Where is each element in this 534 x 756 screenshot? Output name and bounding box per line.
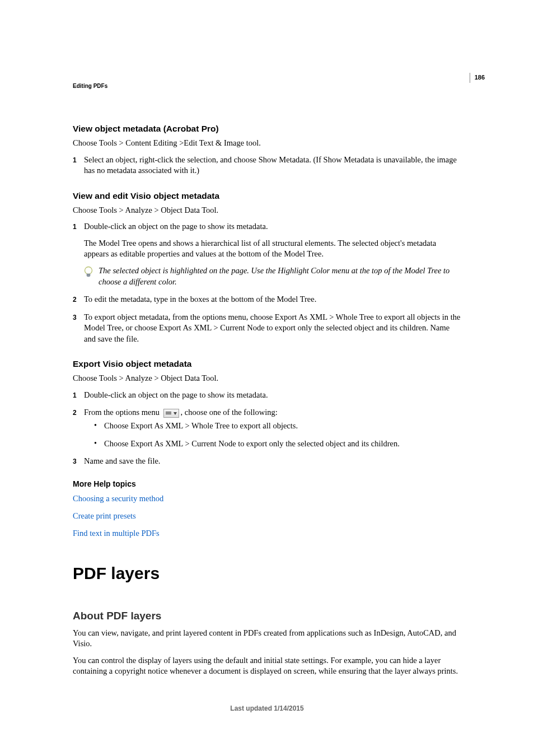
more-help-heading: More Help topics xyxy=(73,479,462,488)
options-menu-icon xyxy=(163,409,179,418)
paragraph: Choose Tools > Content Editing >Edit Tex… xyxy=(73,138,462,149)
step-text: The Model Tree opens and shows a hierarc… xyxy=(84,238,462,260)
step-item: To edit the metadata, type in the boxes … xyxy=(73,294,462,305)
paragraph: You can view, navigate, and print layere… xyxy=(73,628,462,650)
step-item: Select an object, right-click the select… xyxy=(73,155,462,176)
bullet-item: Choose Export As XML > Current Node to e… xyxy=(88,438,462,450)
step-text: From the options menu xyxy=(84,408,162,417)
running-head: Editing PDFs xyxy=(73,83,107,89)
heading-about-pdf-layers: About PDF layers xyxy=(73,610,462,622)
tip-text: The selected object is highlighted on th… xyxy=(99,266,449,286)
bullet-item: Choose Export As XML > Whole Tree to exp… xyxy=(88,421,462,432)
section-title-pdf-layers: PDF layers xyxy=(73,564,462,583)
page-number: 186 xyxy=(470,73,485,83)
lightbulb-icon xyxy=(84,266,93,279)
step-item: Double-click an object on the page to sh… xyxy=(73,221,462,287)
paragraph: Choose Tools > Analyze > Object Data Too… xyxy=(73,205,462,216)
heading-view-object-metadata: View object metadata (Acrobat Pro) xyxy=(73,124,462,134)
heading-export-visio-metadata: Export Visio object metadata xyxy=(73,359,462,369)
step-item: To export object metadata, from the opti… xyxy=(73,312,462,345)
step-text: , choose one of the following: xyxy=(181,408,278,417)
svg-point-0 xyxy=(85,267,92,274)
footer-last-updated: Last updated 1/14/2015 xyxy=(0,704,534,712)
heading-view-edit-visio-metadata: View and edit Visio object metadata xyxy=(73,191,462,201)
step-item: From the options menu , choose one of th… xyxy=(73,407,462,449)
link-choosing-security-method[interactable]: Choosing a security method xyxy=(73,494,462,503)
tip-note: The selected object is highlighted on th… xyxy=(84,265,462,287)
link-find-text-multiple-pdfs[interactable]: Find text in multiple PDFs xyxy=(73,529,462,538)
link-create-print-presets[interactable]: Create print presets xyxy=(73,511,462,521)
step-item: Name and save the file. xyxy=(73,456,462,467)
paragraph: Choose Tools > Analyze > Object Data Too… xyxy=(73,373,462,384)
step-item: Double-click an object on the page to sh… xyxy=(73,390,462,401)
paragraph: You can control the display of layers us… xyxy=(73,655,462,677)
step-text: Double-click an object on the page to sh… xyxy=(84,221,462,232)
